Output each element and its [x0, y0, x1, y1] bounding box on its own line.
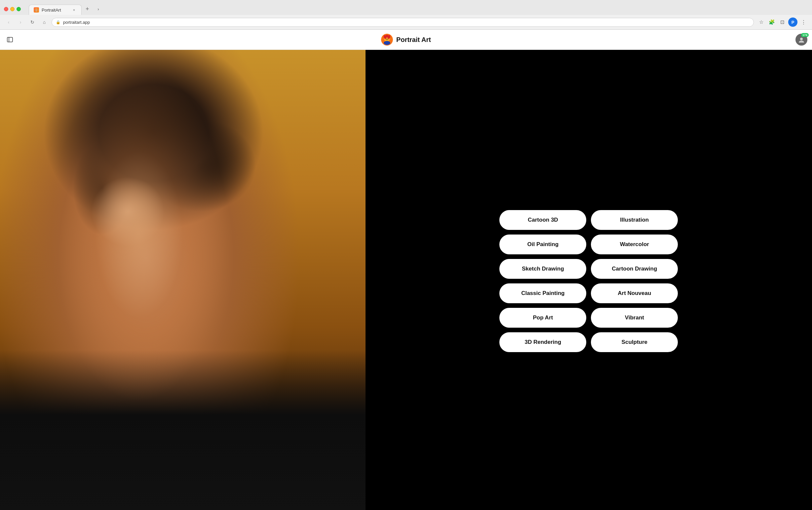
app-logo-icon — [381, 34, 393, 46]
style-button-vibrant[interactable]: Vibrant — [591, 308, 678, 328]
home-icon: ⌂ — [43, 20, 46, 25]
sidebar-toggle-button[interactable] — [5, 34, 15, 45]
tab-bar: 🎨 PortraitArt × + — [29, 3, 92, 15]
portrait-section — [0, 50, 366, 510]
style-button-watercolor[interactable]: Watercolor — [591, 235, 678, 254]
home-button[interactable]: ⌂ — [40, 18, 49, 27]
back-icon: ‹ — [8, 20, 9, 25]
style-button-classic-painting[interactable]: Classic Painting — [499, 283, 586, 303]
new-tab-button[interactable]: + — [82, 3, 92, 15]
tab-close-button[interactable]: × — [71, 7, 77, 12]
reload-button[interactable]: ↻ — [28, 18, 37, 27]
styles-grid: Cartoon 3DIllustrationOil PaintingWaterc… — [499, 210, 678, 352]
user-avatar-icon — [798, 36, 805, 43]
style-button-pop-art[interactable]: Pop Art — [499, 308, 586, 328]
clothing-overlay — [0, 350, 366, 510]
styles-section: Cartoon 3DIllustrationOil PaintingWaterc… — [366, 50, 812, 510]
forward-icon: › — [20, 20, 22, 25]
sidebar-view-icon: ⊡ — [780, 19, 785, 25]
app-header: Portrait Art 174 — [0, 30, 812, 50]
style-button-cartoon-3d[interactable]: Cartoon 3D — [499, 210, 586, 230]
close-window-button[interactable] — [4, 7, 8, 11]
bookmark-button[interactable]: ☆ — [756, 18, 766, 27]
back-button[interactable]: ‹ — [4, 18, 13, 27]
more-options-button[interactable]: ⋮ — [799, 18, 808, 27]
hair-overlay — [0, 50, 366, 510]
user-avatar-container: 174 — [795, 34, 807, 46]
main-content: Cartoon 3DIllustrationOil PaintingWaterc… — [0, 50, 812, 510]
svg-point-5 — [384, 41, 390, 45]
user-area: 174 — [795, 34, 807, 46]
style-button-3d-rendering[interactable]: 3D Rendering — [499, 332, 586, 352]
reload-icon: ↻ — [30, 20, 34, 25]
style-button-cartoon-drawing[interactable]: Cartoon Drawing — [591, 259, 678, 279]
style-button-sketch-drawing[interactable]: Sketch Drawing — [499, 259, 586, 279]
extensions-icon: 🧩 — [769, 19, 775, 25]
sidebar-view-button[interactable]: ⊡ — [778, 18, 787, 27]
navigation-bar: ‹ › ↻ ⌂ 🔒 portraitart.app ☆ 🧩 ⊡ P — [0, 15, 812, 29]
app-logo-area: Portrait Art — [381, 34, 431, 46]
browser-tab[interactable]: 🎨 PortraitArt × — [29, 5, 82, 15]
profile-button[interactable]: P — [788, 18, 798, 27]
secure-lock-icon: 🔒 — [56, 20, 60, 25]
svg-point-10 — [385, 35, 389, 37]
title-bar: 🎨 PortraitArt × + › — [0, 0, 812, 15]
maximize-window-button[interactable] — [17, 7, 21, 11]
svg-rect-0 — [7, 37, 12, 42]
traffic-lights — [4, 7, 21, 11]
tab-overflow-chevron[interactable]: › — [95, 5, 102, 14]
address-bar[interactable]: 🔒 portraitart.app — [52, 18, 754, 27]
svg-point-11 — [800, 38, 803, 40]
url-display: portraitart.app — [63, 20, 90, 25]
sidebar-toggle-icon — [7, 36, 13, 43]
more-icon: ⋮ — [801, 19, 806, 25]
portrait-image — [0, 50, 366, 510]
app-title: Portrait Art — [396, 36, 431, 43]
tab-favicon: 🎨 — [34, 7, 39, 12]
minimize-window-button[interactable] — [10, 7, 14, 11]
browser-chrome: 🎨 PortraitArt × + › ‹ › ↻ ⌂ 🔒 portraitar… — [0, 0, 812, 30]
style-button-art-nouveau[interactable]: Art Nouveau — [591, 283, 678, 303]
user-badge-count: 174 — [801, 33, 809, 37]
app-logo-svg — [381, 34, 393, 46]
style-button-oil-painting[interactable]: Oil Painting — [499, 235, 586, 254]
nav-action-buttons: ☆ 🧩 ⊡ P ⋮ — [756, 18, 808, 27]
style-button-sculpture[interactable]: Sculpture — [591, 332, 678, 352]
forward-button[interactable]: › — [16, 18, 25, 27]
extensions-button[interactable]: 🧩 — [767, 18, 776, 27]
style-button-illustration[interactable]: Illustration — [591, 210, 678, 230]
star-icon: ☆ — [759, 19, 763, 25]
tab-title: PortraitArt — [41, 8, 61, 12]
